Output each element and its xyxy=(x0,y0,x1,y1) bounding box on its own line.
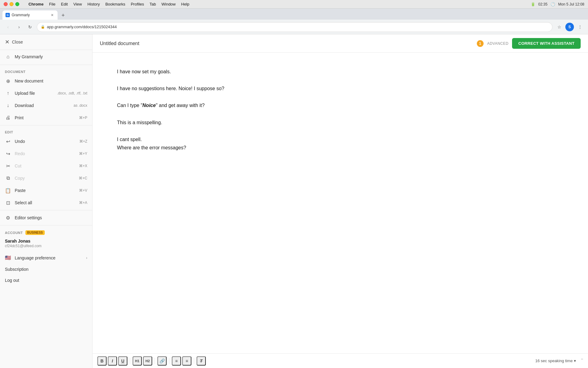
divider-4 xyxy=(0,225,92,225)
more-options-button[interactable]: ⋮ xyxy=(576,23,584,31)
divider-3 xyxy=(0,210,92,210)
close-window-button[interactable] xyxy=(4,2,8,6)
clock-icon: 🕐 xyxy=(551,2,555,6)
log-out-label: Log out xyxy=(5,278,19,283)
menu-help[interactable]: Help xyxy=(179,1,192,7)
browser-frame: G Grammarly ✕ + ‹ › ↻ 🔒 app.grammarly.co… xyxy=(0,9,588,368)
traffic-lights xyxy=(4,2,19,6)
download-icon: ↓ xyxy=(5,102,11,109)
sidebar: ✕ Close ⌂ My Grammarly DOCUMENT ⊕ New do… xyxy=(0,34,92,368)
document-title: Untitled document xyxy=(100,41,139,46)
clear-format-button[interactable]: T xyxy=(197,356,206,366)
tab-close-button[interactable]: ✕ xyxy=(50,13,55,17)
menu-tab[interactable]: Tab xyxy=(147,1,158,7)
bold-button[interactable]: B xyxy=(97,356,107,366)
paragraph-6-text: Where are the error messages? xyxy=(117,145,186,150)
editor-settings-item[interactable]: ⚙ Editor settings xyxy=(0,212,92,224)
underline-button[interactable]: U xyxy=(118,356,127,366)
paste-item[interactable]: 📋 Paste ⌘+V xyxy=(0,184,92,197)
select-all-icon: ⊡ xyxy=(5,200,11,206)
bookmark-button[interactable]: ☆ xyxy=(555,23,564,31)
language-preference-item[interactable]: 🇺🇸 Language preference › xyxy=(0,252,92,264)
battery-time: 02:35 xyxy=(538,2,548,6)
menu-bar: Chrome File Edit View History Bookmarks … xyxy=(26,1,192,7)
chevron-right-icon: › xyxy=(86,256,87,260)
subscription-item[interactable]: Subscription xyxy=(0,264,92,275)
divider-1 xyxy=(0,65,92,65)
speaking-time-text: 16 sec speaking time xyxy=(535,358,573,363)
active-tab[interactable]: G Grammarly ✕ xyxy=(2,10,58,20)
tab-favicon-letter: G xyxy=(6,13,9,17)
h2-button[interactable]: H2 xyxy=(143,356,152,366)
menu-view[interactable]: View xyxy=(71,1,84,7)
menu-history[interactable]: History xyxy=(85,1,102,7)
tab-bar: G Grammarly ✕ + xyxy=(0,9,588,20)
address-bar-right: ☆ S ⋮ xyxy=(555,23,584,31)
account-header: ACCOUNT BUSINESS xyxy=(5,230,87,235)
menu-bookmarks[interactable]: Bookmarks xyxy=(103,1,128,7)
paragraph-2-text: I have no suggestions here. Noice! I sup… xyxy=(117,86,224,91)
my-grammarly-item[interactable]: ⌂ My Grammarly xyxy=(0,50,92,63)
print-label: Print xyxy=(15,115,24,120)
new-tab-button[interactable]: + xyxy=(59,11,67,20)
correct-with-assistant-button[interactable]: CORRECT WITH ASSISTANT xyxy=(512,38,581,49)
menu-profiles[interactable]: Profiles xyxy=(128,1,146,7)
undo-item[interactable]: ↩ Undo ⌘+Z xyxy=(0,135,92,148)
editor-settings-label: Editor settings xyxy=(15,215,42,220)
profile-button[interactable]: S xyxy=(565,23,574,31)
print-item[interactable]: 🖨 Print ⌘+P xyxy=(0,112,92,124)
sidebar-close-button[interactable]: ✕ Close xyxy=(0,34,92,50)
security-icon: 🔒 xyxy=(41,25,45,29)
close-label: Close xyxy=(12,40,23,44)
new-document-item[interactable]: ⊕ New document xyxy=(0,75,92,87)
paragraph-5: I cant spell. Where are the error messag… xyxy=(117,135,564,152)
speaking-time: 16 sec speaking time ▾ xyxy=(535,358,576,363)
select-all-label: Select all xyxy=(15,200,32,205)
back-button[interactable]: ‹ xyxy=(4,23,12,31)
cut-icon: ✂ xyxy=(5,163,11,169)
italic-button[interactable]: I xyxy=(108,356,117,366)
paragraph-1-text: I have now set my goals. xyxy=(117,69,171,74)
settings-icon: ⚙ xyxy=(5,215,11,221)
toolbar-separator-2 xyxy=(155,358,155,364)
unordered-list-button[interactable]: ≡ xyxy=(182,356,191,366)
menu-chrome[interactable]: Chrome xyxy=(26,1,46,7)
undo-label: Undo xyxy=(15,139,25,144)
document-section-label: DOCUMENT xyxy=(0,66,92,75)
ordered-list-button[interactable]: ≡ xyxy=(172,356,181,366)
menu-file[interactable]: File xyxy=(47,1,58,7)
copy-shortcut: ⌘+C xyxy=(79,176,87,180)
paste-icon: 📋 xyxy=(5,187,11,194)
redo-shortcut: ⌘+Y xyxy=(79,151,87,156)
log-out-item[interactable]: Log out xyxy=(0,275,92,286)
new-doc-icon: ⊕ xyxy=(5,78,11,84)
subscription-label: Subscription xyxy=(5,267,28,272)
title-bar-right: 🔋 02:35 🕐 Mon 5 Jul 12:08 xyxy=(531,2,584,6)
paragraph-4: This is a misspelling. xyxy=(117,118,564,127)
select-all-item[interactable]: ⊡ Select all ⌘+A xyxy=(0,197,92,209)
h1-button[interactable]: H1 xyxy=(133,356,142,366)
my-grammarly-label: My Grammarly xyxy=(15,54,43,59)
issue-count-badge: 1 xyxy=(477,40,484,47)
document-content[interactable]: I have now set my goals. I have no sugge… xyxy=(92,53,588,353)
download-format: as .docx xyxy=(74,103,87,108)
url-text: app.grammarly.com/ddocs/1215024344 xyxy=(47,25,548,29)
account-email: cf24dc51@uifeed.com xyxy=(5,244,87,248)
main-content: ✕ Close ⌂ My Grammarly DOCUMENT ⊕ New do… xyxy=(0,34,588,368)
fullscreen-window-button[interactable] xyxy=(15,2,19,6)
menu-window[interactable]: Window xyxy=(159,1,178,7)
paste-label: Paste xyxy=(15,188,26,193)
menu-edit[interactable]: Edit xyxy=(58,1,70,7)
cut-shortcut: ⌘+X xyxy=(79,164,87,168)
paragraph-4-text: This is a misspelling. xyxy=(117,120,162,125)
reload-button[interactable]: ↻ xyxy=(26,23,34,31)
download-item[interactable]: ↓ Download as .docx xyxy=(0,99,92,112)
editor-header-right: 1 ADVANCED CORRECT WITH ASSISTANT xyxy=(477,38,581,49)
redo-label: Redo xyxy=(15,151,25,156)
upload-file-item[interactable]: ↑ Upload file .docx, .odt, .rtf, .txt xyxy=(0,87,92,99)
forward-button[interactable]: › xyxy=(15,23,23,31)
link-button[interactable]: 🔗 xyxy=(157,356,167,366)
paragraph-3: Can I type "Noice" and get away with it? xyxy=(117,101,564,109)
url-bar[interactable]: 🔒 app.grammarly.com/ddocs/1215024344 xyxy=(37,22,552,32)
minimize-window-button[interactable] xyxy=(9,2,13,6)
